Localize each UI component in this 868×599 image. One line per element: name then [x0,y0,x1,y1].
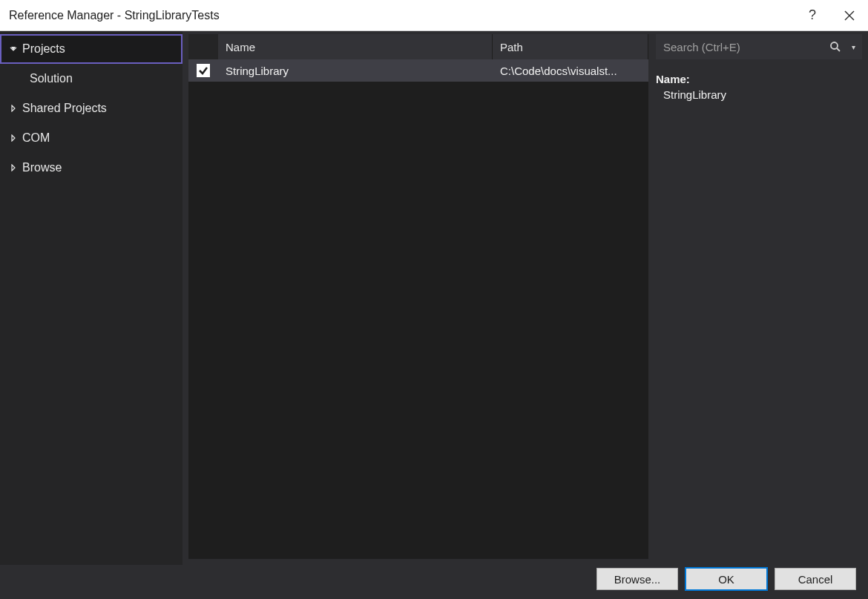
search-input[interactable] [656,41,822,53]
row-path-cell: C:\Code\docs\visualst... [493,65,648,77]
help-icon: ? [809,7,816,23]
table-body: StringLibrary C:\Code\docs\visualst... [188,59,648,559]
dialog-footer: Browse... OK Cancel [0,565,868,599]
close-button[interactable] [831,0,868,31]
sidebar-item-projects[interactable]: Projects [0,34,183,64]
column-header-name[interactable]: Name [218,34,493,59]
chevron-right-icon [7,164,19,171]
chevron-right-icon [7,105,19,112]
table-header: Name Path [188,34,648,59]
search-box: ▾ [656,34,862,59]
column-header-checkbox[interactable] [188,34,218,59]
sidebar-item-label: Projects [22,42,65,56]
ok-button[interactable]: OK [685,568,767,590]
column-header-path[interactable]: Path [493,34,648,59]
search-button[interactable] [822,41,849,53]
row-checkbox[interactable] [197,64,210,77]
sidebar-item-com[interactable]: COM [0,123,183,153]
sidebar-item-label: COM [22,131,50,145]
right-panel: ▾ Name: StringLibrary [648,34,862,559]
sidebar-subitem-solution[interactable]: Solution [0,64,183,94]
sidebar-item-label: Browse [22,161,62,174]
detail-name-value: StringLibrary [656,88,862,101]
cancel-button[interactable]: Cancel [775,568,856,590]
svg-point-2 [831,42,838,49]
chevron-down-icon [7,45,19,53]
browse-button[interactable]: Browse... [596,568,678,590]
main-area: Projects Solution Shared Projects COM Br… [0,31,868,565]
title-bar: Reference Manager - StringLibraryTests ? [0,0,868,31]
row-checkbox-cell [188,64,218,77]
chevron-down-icon: ▾ [852,43,855,51]
close-icon [844,10,855,21]
search-dropdown[interactable]: ▾ [849,43,862,51]
svg-line-3 [837,48,840,51]
detail-name-label: Name: [656,73,862,85]
sidebar-item-browse[interactable]: Browse [0,153,183,183]
sidebar-item-shared-projects[interactable]: Shared Projects [0,94,183,123]
table-row[interactable]: StringLibrary C:\Code\docs\visualst... [188,59,648,82]
row-name-cell: StringLibrary [218,65,493,77]
chevron-right-icon [7,134,19,142]
checkmark-icon [198,65,208,76]
window-title: Reference Manager - StringLibraryTests [9,9,794,22]
reference-table: Name Path StringLibrary C:\Code\docs\vis… [188,34,648,559]
sidebar-subitem-label: Solution [30,72,73,85]
search-icon [829,41,841,53]
sidebar-item-label: Shared Projects [22,102,107,115]
sidebar: Projects Solution Shared Projects COM Br… [0,31,183,565]
center-area: Name Path StringLibrary C:\Code\docs\vis… [183,31,868,565]
help-button[interactable]: ? [794,0,831,31]
